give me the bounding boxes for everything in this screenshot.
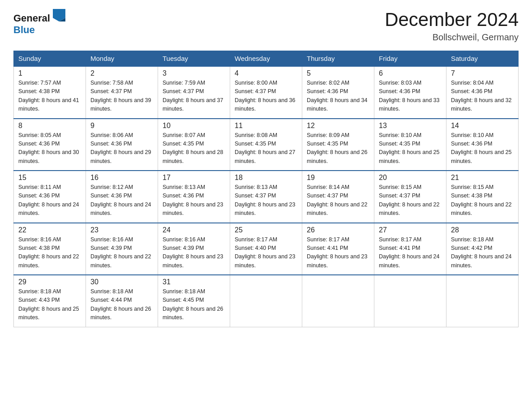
calendar-table: SundayMondayTuesdayWednesdayThursdayFrid… [13,51,519,327]
day-info: Sunrise: 8:16 AMSunset: 4:38 PMDaylight:… [18,236,79,269]
day-info: Sunrise: 8:13 AMSunset: 4:37 PMDaylight:… [235,184,296,216]
logo-blue: Blue [13,24,35,35]
calendar-cell: 9 Sunrise: 8:06 AMSunset: 4:36 PMDayligh… [86,119,158,171]
calendar-cell: 8 Sunrise: 8:05 AMSunset: 4:36 PMDayligh… [14,119,86,171]
weekday-header-saturday: Saturday [446,51,519,67]
day-info: Sunrise: 8:03 AMSunset: 4:36 PMDaylight:… [379,80,440,112]
calendar-cell: 22 Sunrise: 8:16 AMSunset: 4:38 PMDaylig… [14,223,86,275]
day-info: Sunrise: 8:04 AMSunset: 4:36 PMDaylight:… [451,80,512,112]
weekday-header-row: SundayMondayTuesdayWednesdayThursdayFrid… [14,51,519,67]
day-number: 4 [235,69,297,77]
day-info: Sunrise: 8:00 AMSunset: 4:37 PMDaylight:… [235,80,296,112]
week-row-2: 8 Sunrise: 8:05 AMSunset: 4:36 PMDayligh… [14,119,519,171]
day-info: Sunrise: 8:15 AMSunset: 4:37 PMDaylight:… [379,184,440,216]
calendar-cell [230,275,302,327]
day-number: 5 [307,69,369,77]
day-info: Sunrise: 8:17 AMSunset: 4:40 PMDaylight:… [235,236,296,269]
day-info: Sunrise: 8:10 AMSunset: 4:36 PMDaylight:… [451,132,512,164]
day-info: Sunrise: 8:02 AMSunset: 4:36 PMDaylight:… [307,80,368,112]
day-info: Sunrise: 8:14 AMSunset: 4:37 PMDaylight:… [307,184,368,216]
day-number: 23 [90,226,153,234]
day-number: 8 [18,122,81,130]
day-number: 21 [451,174,514,182]
day-number: 24 [163,226,225,234]
day-info: Sunrise: 8:07 AMSunset: 4:35 PMDaylight:… [163,132,223,164]
calendar-cell: 10 Sunrise: 8:07 AMSunset: 4:35 PMDaylig… [158,119,230,171]
day-number: 31 [163,278,225,286]
logo-icon [53,9,65,21]
day-number: 27 [379,226,442,234]
day-number: 12 [307,122,369,130]
calendar-cell: 7 Sunrise: 8:04 AMSunset: 4:36 PMDayligh… [446,66,519,119]
day-number: 28 [451,226,514,234]
day-number: 7 [451,69,514,77]
logo-general: General [13,13,50,24]
day-number: 13 [379,122,442,130]
week-row-3: 15 Sunrise: 8:11 AMSunset: 4:36 PMDaylig… [14,171,519,223]
day-number: 29 [18,278,81,286]
calendar-cell: 14 Sunrise: 8:10 AMSunset: 4:36 PMDaylig… [446,119,519,171]
calendar-cell: 27 Sunrise: 8:17 AMSunset: 4:41 PMDaylig… [374,223,446,275]
day-info: Sunrise: 8:13 AMSunset: 4:36 PMDaylight:… [163,184,223,216]
calendar-cell: 1 Sunrise: 7:57 AMSunset: 4:38 PMDayligh… [14,66,86,119]
calendar-cell: 21 Sunrise: 8:15 AMSunset: 4:38 PMDaylig… [446,171,519,223]
day-number: 30 [90,278,153,286]
day-number: 14 [451,122,514,130]
calendar-cell: 3 Sunrise: 7:59 AMSunset: 4:37 PMDayligh… [158,66,230,119]
calendar-cell: 23 Sunrise: 8:16 AMSunset: 4:39 PMDaylig… [86,223,158,275]
title-block: December 2024 Bollschweil, Germany [385,9,519,43]
calendar-cell: 31 Sunrise: 8:18 AMSunset: 4:45 PMDaylig… [158,275,230,327]
week-row-1: 1 Sunrise: 7:57 AMSunset: 4:38 PMDayligh… [14,66,519,119]
calendar-cell [374,275,446,327]
day-info: Sunrise: 8:06 AMSunset: 4:36 PMDaylight:… [90,132,151,164]
day-info: Sunrise: 8:11 AMSunset: 4:36 PMDaylight:… [18,184,79,216]
day-number: 17 [163,174,225,182]
calendar-cell: 12 Sunrise: 8:09 AMSunset: 4:35 PMDaylig… [302,119,374,171]
day-number: 11 [235,122,297,130]
day-info: Sunrise: 8:18 AMSunset: 4:43 PMDaylight:… [18,288,79,321]
day-info: Sunrise: 7:59 AMSunset: 4:37 PMDaylight:… [163,80,223,112]
calendar-cell: 11 Sunrise: 8:08 AMSunset: 4:35 PMDaylig… [230,119,302,171]
calendar-cell: 26 Sunrise: 8:17 AMSunset: 4:41 PMDaylig… [302,223,374,275]
logo: General Blue [13,9,65,36]
day-info: Sunrise: 8:18 AMSunset: 4:44 PMDaylight:… [90,288,151,321]
calendar-cell: 15 Sunrise: 8:11 AMSunset: 4:36 PMDaylig… [14,171,86,223]
day-number: 3 [163,69,225,77]
week-row-4: 22 Sunrise: 8:16 AMSunset: 4:38 PMDaylig… [14,223,519,275]
week-row-5: 29 Sunrise: 8:18 AMSunset: 4:43 PMDaylig… [14,275,519,327]
calendar-cell: 5 Sunrise: 8:02 AMSunset: 4:36 PMDayligh… [302,66,374,119]
day-info: Sunrise: 8:12 AMSunset: 4:36 PMDaylight:… [90,184,151,216]
day-number: 20 [379,174,442,182]
calendar-cell: 13 Sunrise: 8:10 AMSunset: 4:35 PMDaylig… [374,119,446,171]
day-number: 16 [90,174,153,182]
day-info: Sunrise: 8:17 AMSunset: 4:41 PMDaylight:… [307,236,368,269]
day-info: Sunrise: 8:09 AMSunset: 4:35 PMDaylight:… [307,132,368,164]
day-number: 9 [90,122,153,130]
day-info: Sunrise: 8:18 AMSunset: 4:42 PMDaylight:… [451,236,512,269]
calendar-cell: 29 Sunrise: 8:18 AMSunset: 4:43 PMDaylig… [14,275,86,327]
day-info: Sunrise: 7:57 AMSunset: 4:38 PMDaylight:… [18,80,79,112]
weekday-header-tuesday: Tuesday [158,51,230,67]
day-number: 19 [307,174,369,182]
calendar-cell: 19 Sunrise: 8:14 AMSunset: 4:37 PMDaylig… [302,171,374,223]
day-info: Sunrise: 8:10 AMSunset: 4:35 PMDaylight:… [379,132,440,164]
day-number: 15 [18,174,81,182]
page-title: December 2024 [385,9,519,30]
page-header: General Blue December 2024 Bollschweil, … [13,9,519,43]
day-number: 26 [307,226,369,234]
weekday-header-wednesday: Wednesday [230,51,302,67]
weekday-header-thursday: Thursday [302,51,374,67]
calendar-cell [302,275,374,327]
calendar-cell: 2 Sunrise: 7:58 AMSunset: 4:37 PMDayligh… [86,66,158,119]
day-info: Sunrise: 8:16 AMSunset: 4:39 PMDaylight:… [90,236,151,269]
day-info: Sunrise: 8:16 AMSunset: 4:39 PMDaylight:… [163,236,223,269]
calendar-cell: 28 Sunrise: 8:18 AMSunset: 4:42 PMDaylig… [446,223,519,275]
weekday-header-sunday: Sunday [14,51,86,67]
calendar-cell: 18 Sunrise: 8:13 AMSunset: 4:37 PMDaylig… [230,171,302,223]
calendar-cell: 25 Sunrise: 8:17 AMSunset: 4:40 PMDaylig… [230,223,302,275]
calendar-cell: 30 Sunrise: 8:18 AMSunset: 4:44 PMDaylig… [86,275,158,327]
day-info: Sunrise: 8:15 AMSunset: 4:38 PMDaylight:… [451,184,512,216]
calendar-cell: 20 Sunrise: 8:15 AMSunset: 4:37 PMDaylig… [374,171,446,223]
day-number: 25 [235,226,297,234]
day-info: Sunrise: 7:58 AMSunset: 4:37 PMDaylight:… [90,80,151,112]
